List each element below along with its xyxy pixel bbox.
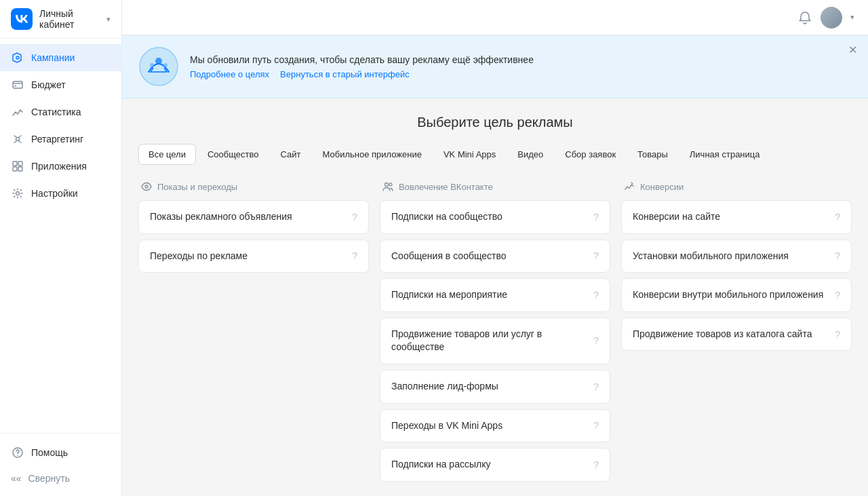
goal-card-ad-shows-text: Показы рекламного объявления (150, 210, 347, 224)
goal-card-catalog-promo[interactable]: Продвижение товаров из каталога сайта ? (621, 318, 852, 351)
sidebar-item-budget-label: Бюджет (31, 79, 66, 90)
sidebar-item-campaigns[interactable]: Кампании (0, 44, 121, 71)
tab-all[interactable]: Все цели (138, 144, 196, 165)
goal-card-community-subs-help[interactable]: ? (593, 212, 599, 223)
goal-card-catalog-promo-text: Продвижение товаров из каталога сайта (633, 328, 829, 341)
goal-card-ad-shows-help[interactable]: ? (352, 212, 357, 223)
budget-icon (11, 78, 24, 92)
svg-point-17 (389, 183, 392, 186)
sidebar-item-statistics-label: Статистика (31, 107, 81, 117)
column-engagement: Вовлечение ВКонтакте Подписки на сообщес… (380, 181, 610, 487)
tab-video[interactable]: Видео (507, 144, 553, 165)
avatar[interactable] (821, 7, 842, 28)
banner-link-goals[interactable]: Подробнее о целях (190, 69, 269, 79)
content-area: Мы обновили путь создания, чтобы сделать… (122, 35, 868, 496)
goal-card-community-messages-text: Сообщения в сообщество (391, 250, 588, 263)
sidebar: Личный кабинет ▾ Кампании Бюджет (0, 0, 122, 496)
notifications-bell-icon[interactable] (797, 10, 812, 25)
sidebar-item-settings[interactable]: Настройки (0, 180, 121, 207)
goal-card-mobile-installs[interactable]: Установки мобильного приложения ? (621, 240, 852, 273)
sidebar-dropdown-arrow[interactable]: ▾ (106, 15, 111, 24)
sidebar-item-apps[interactable]: Приложения (0, 153, 121, 180)
goal-card-newsletter-subs[interactable]: Подписки на рассылку ? (380, 448, 610, 482)
collapse-icon: «« (11, 473, 22, 484)
goal-card-lead-form-help[interactable]: ? (593, 381, 599, 392)
banner-illustration (138, 46, 179, 87)
sidebar-nav: Кампании Бюджет Статистика (0, 39, 121, 433)
topbar: ▾ (122, 0, 868, 35)
svg-rect-7 (18, 167, 22, 171)
campaigns-icon (11, 51, 24, 64)
sidebar-help[interactable]: Помощь (0, 439, 121, 466)
goal-card-community-messages[interactable]: Сообщения в сообщество ? (380, 240, 610, 273)
goal-card-site-conversions-help[interactable]: ? (835, 212, 840, 223)
sidebar-item-statistics[interactable]: Статистика (0, 98, 121, 126)
people-icon (382, 181, 393, 192)
goal-card-event-subs-text: Подписки на мероприятие (391, 288, 588, 302)
sidebar-item-settings-label: Настройки (31, 188, 78, 199)
goal-card-product-promo[interactable]: Продвижение товаров или услуг в сообщест… (380, 318, 610, 364)
column-engagement-header: Вовлечение ВКонтакте (380, 181, 610, 192)
goal-card-community-subs[interactable]: Подписки на сообщество ? (380, 200, 610, 234)
sidebar-item-budget[interactable]: Бюджет (0, 71, 121, 98)
banner-title: Мы обновили путь создания, чтобы сделать… (190, 54, 852, 65)
goal-card-newsletter-subs-help[interactable]: ? (593, 459, 599, 470)
goal-card-mini-apps-clicks-text: Переходы в VK Mini Apps (391, 419, 588, 433)
main-content: ▾ Мы обновили путь создания, чтобы сдела… (122, 0, 868, 496)
goal-card-mobile-installs-help[interactable]: ? (835, 250, 840, 261)
sidebar-item-retargeting[interactable]: Ретаргетинг (0, 126, 121, 153)
tab-mini-apps[interactable]: VK Mini Apps (433, 144, 506, 165)
column-engagement-header-label: Вовлечение ВКонтакте (399, 182, 493, 192)
column-conversions-header-label: Конверсии (640, 182, 684, 192)
svg-rect-4 (13, 161, 17, 166)
goal-card-product-promo-text: Продвижение товаров или услуг в сообщест… (391, 328, 588, 354)
goal-card-product-promo-help[interactable]: ? (593, 335, 599, 346)
tab-personal-page[interactable]: Личная страница (679, 144, 770, 165)
tab-site[interactable]: Сайт (271, 144, 311, 165)
column-conversions: Конверсии Конверсии на сайте ? Установки… (621, 181, 852, 487)
goal-card-mobile-conversions[interactable]: Конверсии внутри мобильного приложения ? (621, 278, 852, 312)
svg-point-16 (385, 183, 389, 187)
goal-card-site-conversions-text: Конверсии на сайте (633, 210, 829, 224)
goal-card-ad-clicks-text: Переходы по рекламе (150, 250, 347, 263)
goal-card-ad-shows[interactable]: Показы рекламного объявления ? (138, 200, 369, 234)
sidebar-bottom: Помощь «« Свернуть (0, 433, 121, 496)
sidebar-header: Личный кабинет ▾ (0, 0, 121, 39)
sidebar-collapse-label: Свернуть (28, 473, 70, 484)
goal-card-mobile-conversions-text: Конверсии внутри мобильного приложения (633, 288, 829, 302)
sidebar-collapse-button[interactable]: «« Свернуть (0, 466, 121, 491)
goal-card-site-conversions[interactable]: Конверсии на сайте ? (621, 200, 852, 234)
banner-link-old-interface[interactable]: Вернуться в старый интерфейс (280, 69, 410, 79)
svg-point-8 (16, 192, 20, 195)
goal-card-catalog-promo-help[interactable]: ? (835, 329, 840, 340)
goal-tabs: Все цели Сообщество Сайт Мобильное прило… (138, 144, 852, 165)
conversions-icon (624, 181, 635, 192)
goal-selection-section: Выберите цель рекламы Все цели Сообществ… (122, 98, 868, 496)
svg-point-0 (16, 56, 19, 59)
goal-card-mini-apps-clicks-help[interactable]: ? (593, 420, 599, 431)
goal-card-mini-apps-clicks[interactable]: Переходы в VK Mini Apps ? (380, 409, 610, 443)
goal-columns: Показы и переходы Показы рекламного объя… (138, 181, 852, 487)
tab-goods[interactable]: Товары (627, 144, 678, 165)
tab-mobile[interactable]: Мобильное приложение (312, 144, 431, 165)
tab-lead[interactable]: Сбор заявок (555, 144, 626, 165)
goal-card-community-messages-help[interactable]: ? (593, 250, 599, 261)
goal-card-mobile-conversions-help[interactable]: ? (835, 290, 840, 301)
goal-card-ad-clicks-help[interactable]: ? (352, 250, 357, 261)
sidebar-item-retargeting-label: Ретаргетинг (31, 134, 83, 145)
svg-point-3 (16, 138, 20, 141)
goal-card-event-subs-help[interactable]: ? (593, 290, 599, 301)
eye-icon (141, 181, 152, 192)
retargeting-icon (11, 132, 24, 146)
account-dropdown-arrow[interactable]: ▾ (850, 13, 854, 22)
sidebar-item-apps-label: Приложения (31, 161, 87, 172)
vk-logo (11, 8, 33, 30)
goal-card-event-subs[interactable]: Подписки на мероприятие ? (380, 278, 610, 312)
goal-card-lead-form[interactable]: Заполнение лид-формы ? (380, 370, 610, 404)
goal-card-ad-clicks[interactable]: Переходы по рекламе ? (138, 240, 369, 273)
banner-close-button[interactable]: ✕ (848, 43, 857, 56)
tab-community[interactable]: Сообщество (197, 144, 269, 165)
goal-card-community-subs-text: Подписки на сообщество (391, 210, 588, 224)
statistics-icon (11, 105, 24, 119)
svg-point-12 (155, 58, 162, 64)
